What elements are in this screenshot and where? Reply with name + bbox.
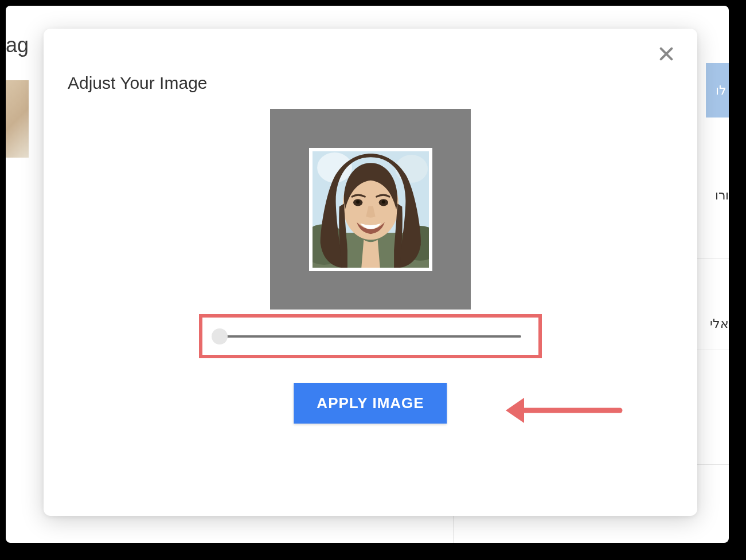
apply-image-button[interactable]: APPLY IMAGE: [294, 383, 447, 424]
page-backdrop: ag לו ורו אלי Adjust Your Image: [6, 6, 729, 543]
svg-point-9: [356, 200, 360, 203]
modal-title: Adjust Your Image: [68, 73, 208, 93]
adjust-image-modal: Adjust Your Image: [44, 29, 697, 516]
zoom-slider-highlight: [199, 314, 542, 358]
bg-separator: [697, 258, 729, 259]
image-crop-frame: [309, 148, 432, 271]
close-icon: [658, 46, 674, 62]
bg-label-fragment-1: ורו: [715, 188, 729, 203]
bg-avatar-fragment: [6, 80, 29, 158]
user-image-preview[interactable]: [313, 151, 429, 268]
bg-heading-fragment: ag: [6, 33, 29, 57]
zoom-slider[interactable]: [220, 335, 521, 338]
bg-tab-fragment: לו: [706, 63, 729, 118]
zoom-slider-thumb[interactable]: [212, 328, 228, 344]
close-button[interactable]: [658, 46, 674, 62]
svg-point-10: [381, 200, 385, 203]
bg-label-fragment-2: אלי: [710, 316, 729, 331]
annotation-arrow-icon: [502, 393, 623, 428]
image-crop-area[interactable]: [270, 109, 471, 310]
bg-separator: [697, 350, 729, 350]
bg-separator: [697, 464, 729, 465]
